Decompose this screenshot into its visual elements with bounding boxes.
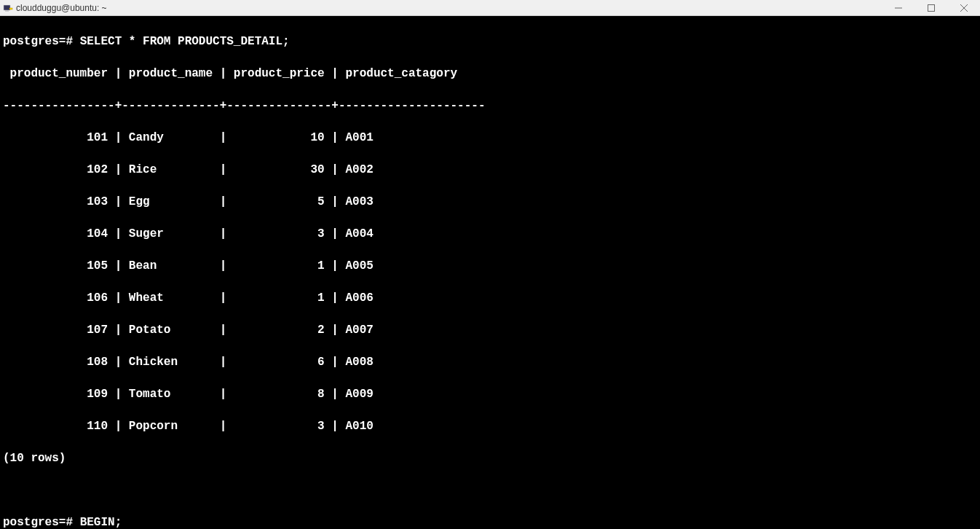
svg-rect-0 bbox=[4, 5, 10, 10]
table-header-1: product_number | product_name | product_… bbox=[3, 66, 977, 82]
putty-icon bbox=[3, 3, 13, 13]
svg-rect-4 bbox=[928, 4, 934, 11]
table-row: 101 | Candy | 10 | A001 bbox=[3, 130, 977, 146]
minimize-button[interactable] bbox=[882, 0, 914, 15]
table-row: 110 | Popcorn | 3 | A010 bbox=[3, 418, 977, 434]
table-separator-1: ----------------+--------------+--------… bbox=[3, 98, 977, 114]
window-controls bbox=[882, 0, 980, 15]
blank-line bbox=[3, 482, 977, 498]
close-button[interactable] bbox=[947, 0, 980, 15]
maximize-button[interactable] bbox=[914, 0, 947, 15]
window-title: cloudduggu@ubuntu: ~ bbox=[16, 0, 882, 16]
table-row: 109 | Tomato | 8 | A009 bbox=[3, 386, 977, 402]
table-row: 108 | Chicken | 6 | A008 bbox=[3, 354, 977, 370]
terminal-output[interactable]: postgres=# SELECT * FROM PRODUCTS_DETAIL… bbox=[0, 16, 980, 529]
prompt-select-1: postgres=# SELECT * FROM PRODUCTS_DETAIL… bbox=[3, 34, 977, 50]
svg-rect-2 bbox=[9, 8, 12, 9]
table-row: 103 | Egg | 5 | A003 bbox=[3, 194, 977, 210]
table-row: 104 | Suger | 3 | A004 bbox=[3, 226, 977, 242]
svg-rect-1 bbox=[5, 10, 9, 12]
table-row: 106 | Wheat | 1 | A006 bbox=[3, 290, 977, 306]
table-row: 102 | Rice | 30 | A002 bbox=[3, 162, 977, 178]
prompt-begin: postgres=# BEGIN; bbox=[3, 514, 977, 529]
table-row: 105 | Bean | 1 | A005 bbox=[3, 258, 977, 274]
row-count: (10 rows) bbox=[3, 450, 977, 466]
table-row: 107 | Potato | 2 | A007 bbox=[3, 322, 977, 338]
window-title-bar: cloudduggu@ubuntu: ~ bbox=[0, 0, 980, 16]
